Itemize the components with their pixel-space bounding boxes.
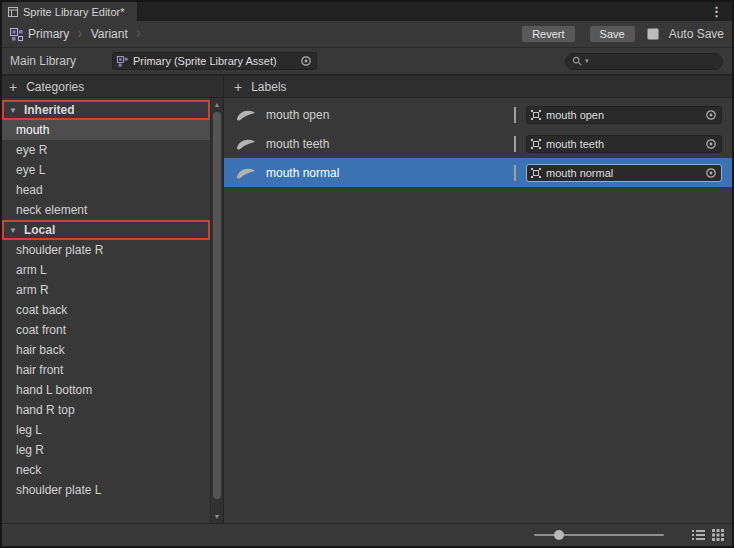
category-label: coat front: [16, 323, 66, 337]
scroll-down-icon[interactable]: ▼: [214, 513, 221, 520]
revert-button[interactable]: Revert: [521, 25, 575, 43]
category-item-neck-element[interactable]: neck element: [2, 200, 210, 220]
category-item-leg-r[interactable]: leg R: [2, 440, 210, 460]
labels-header-title: Labels: [251, 80, 286, 94]
auto-save-checkbox[interactable]: [647, 28, 659, 40]
sprite-object-name: mouth teeth: [546, 138, 604, 150]
categories-header-title: Categories: [26, 80, 84, 94]
search-field[interactable]: ▾: [565, 53, 723, 70]
category-foldout-inherited[interactable]: ▼ Inherited: [2, 100, 210, 120]
sprite-object-field[interactable]: mouth open: [526, 106, 722, 124]
tab-sprite-library-editor[interactable]: Sprite Library Editor*: [2, 2, 138, 21]
category-label: eye R: [16, 143, 47, 157]
category-label: Local: [24, 223, 55, 237]
sprite-object-field[interactable]: mouth teeth: [526, 135, 722, 153]
main-library-row: Main Library Primary (Sprite Library Ass…: [2, 48, 732, 76]
category-label: hand R top: [16, 403, 75, 417]
category-label: hand L bottom: [16, 383, 92, 397]
category-item-eye-l[interactable]: eye L: [2, 160, 210, 180]
category-label: leg R: [16, 443, 44, 457]
sprite-library-editor-window: Sprite Library Editor* ⋮ Primary › Varia…: [0, 0, 734, 548]
labels-panel: mouth open mouth open mouth t: [224, 98, 732, 523]
tab-title: Sprite Library Editor*: [23, 6, 125, 18]
sprite-library-asset-icon: [117, 56, 128, 67]
foldout-arrow-icon[interactable]: ▼: [9, 106, 17, 115]
category-label: leg L: [16, 423, 42, 437]
main-library-object-field[interactable]: Primary (Sprite Library Asset): [112, 52, 317, 70]
category-label: coat back: [16, 303, 67, 317]
scroll-up-icon[interactable]: ▲: [214, 101, 221, 108]
drag-handle[interactable]: [514, 165, 516, 181]
category-label: neck element: [16, 203, 87, 217]
category-label: head: [16, 183, 43, 197]
label-row-mouth-open[interactable]: mouth open mouth open: [224, 100, 732, 129]
breadcrumb-variant[interactable]: Variant: [91, 27, 128, 41]
category-label: arm L: [16, 263, 47, 277]
sprite-library-icon: [10, 28, 23, 41]
grid-view-icon-button[interactable]: [712, 529, 724, 541]
sprite-icon: [531, 139, 541, 149]
breadcrumb-toolbar: Primary › Variant › Revert Save Auto Sav…: [2, 21, 732, 48]
window-icon: [8, 7, 18, 17]
category-item-arm-r[interactable]: arm R: [2, 280, 210, 300]
categories-list: ▼ Inherited mouth eye R eye L head neck …: [2, 98, 210, 523]
object-picker-icon[interactable]: [705, 138, 717, 150]
auto-save-label: Auto Save: [669, 27, 724, 41]
category-item-coat-back[interactable]: coat back: [2, 300, 210, 320]
category-item-arm-l[interactable]: arm L: [2, 260, 210, 280]
sprite-object-name: mouth open: [546, 109, 604, 121]
window-menu-button[interactable]: ⋮: [701, 2, 732, 21]
category-item-neck[interactable]: neck: [2, 460, 210, 480]
category-foldout-local[interactable]: ▼ Local: [2, 220, 210, 240]
mouth-sprite-thumbnail: [236, 137, 258, 151]
drag-handle[interactable]: [514, 136, 516, 152]
object-picker-icon[interactable]: [300, 55, 312, 67]
list-view-icon-button[interactable]: [692, 529, 705, 541]
category-item-hand-l-bottom[interactable]: hand L bottom: [2, 380, 210, 400]
category-item-leg-l[interactable]: leg L: [2, 420, 210, 440]
category-label: mouth: [16, 123, 49, 137]
add-label-button[interactable]: +: [234, 80, 242, 94]
category-label: eye L: [16, 163, 45, 177]
label-name: mouth normal: [266, 166, 506, 180]
category-item-shoulder-plate-r[interactable]: shoulder plate R: [2, 240, 210, 260]
category-item-hair-back[interactable]: hair back: [2, 340, 210, 360]
tab-strip: Sprite Library Editor* ⋮: [2, 2, 732, 21]
foldout-arrow-icon[interactable]: ▼: [9, 226, 17, 235]
sprite-icon: [531, 110, 541, 120]
thumbnail-size-slider[interactable]: [534, 529, 664, 541]
label-name: mouth open: [266, 108, 506, 122]
save-button[interactable]: Save: [589, 25, 636, 43]
drag-handle[interactable]: [514, 107, 516, 123]
category-item-hair-front[interactable]: hair front: [2, 360, 210, 380]
category-label: arm R: [16, 283, 49, 297]
category-item-shoulder-plate-l[interactable]: shoulder plate L: [2, 480, 210, 500]
search-dropdown-caret-icon[interactable]: ▾: [585, 57, 589, 65]
categories-panel: ▼ Inherited mouth eye R eye L head neck …: [2, 98, 224, 523]
categories-header: + Categories: [2, 76, 224, 97]
category-item-mouth[interactable]: mouth: [2, 120, 210, 140]
object-picker-icon[interactable]: [705, 167, 717, 179]
category-item-eye-r[interactable]: eye R: [2, 140, 210, 160]
add-category-button[interactable]: +: [9, 80, 17, 94]
sprite-object-name: mouth normal: [546, 167, 613, 179]
mouth-sprite-thumbnail: [236, 108, 258, 122]
category-label: hair front: [16, 363, 63, 377]
object-picker-icon[interactable]: [705, 109, 717, 121]
breadcrumb-primary[interactable]: Primary: [28, 27, 69, 41]
sprite-icon: [531, 168, 541, 178]
label-row-mouth-teeth[interactable]: mouth teeth mouth teeth: [224, 129, 732, 158]
sprite-object-field[interactable]: mouth normal: [526, 164, 722, 182]
breadcrumb-separator-icon: ›: [77, 25, 82, 41]
category-item-head[interactable]: head: [2, 180, 210, 200]
categories-scrollbar[interactable]: ▲ ▼: [210, 98, 223, 523]
slider-handle[interactable]: [554, 530, 564, 540]
label-row-mouth-normal[interactable]: mouth normal mouth normal: [224, 158, 732, 187]
search-input[interactable]: [591, 55, 716, 67]
editor-content: ▼ Inherited mouth eye R eye L head neck …: [2, 98, 732, 523]
scrollbar-thumb[interactable]: [213, 112, 221, 499]
category-label: Inherited: [24, 103, 75, 117]
category-item-coat-front[interactable]: coat front: [2, 320, 210, 340]
category-item-hand-r-top[interactable]: hand R top: [2, 400, 210, 420]
category-label: shoulder plate L: [16, 483, 101, 497]
